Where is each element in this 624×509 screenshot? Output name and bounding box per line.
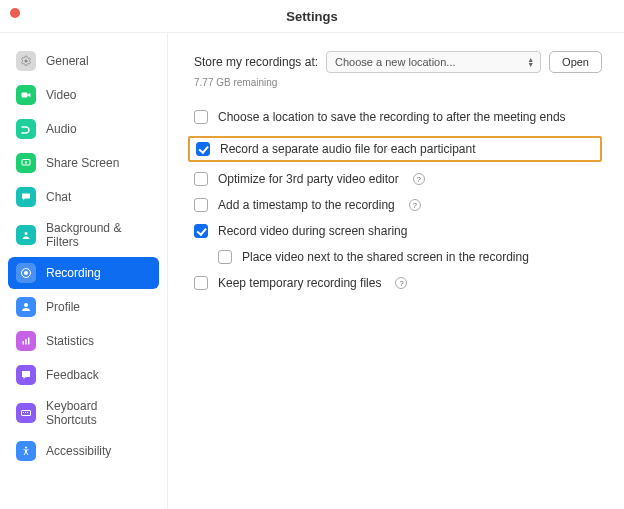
sidebar-item-label: Background & Filters — [46, 221, 151, 249]
video-icon — [16, 85, 36, 105]
option-row: Add a timestamp to the recording? — [194, 198, 602, 212]
sidebar-item-audio[interactable]: Audio — [8, 113, 159, 145]
svg-rect-9 — [28, 338, 30, 345]
sidebar-item-label: General — [46, 54, 89, 68]
svg-rect-11 — [23, 412, 24, 413]
accessibility-icon — [16, 441, 36, 461]
svg-point-6 — [24, 303, 28, 307]
sidebar-item-label: Share Screen — [46, 156, 119, 170]
svg-point-0 — [25, 60, 28, 63]
record-icon — [16, 263, 36, 283]
svg-rect-7 — [23, 341, 25, 345]
sidebar-item-label: Video — [46, 88, 76, 102]
bg-icon — [16, 225, 36, 245]
checkbox[interactable] — [194, 172, 208, 186]
window-controls — [10, 8, 20, 18]
option-row: Keep temporary recording files? — [194, 276, 602, 290]
sidebar-item-share-screen[interactable]: Share Screen — [8, 147, 159, 179]
checkbox[interactable] — [194, 224, 208, 238]
svg-rect-8 — [25, 339, 27, 345]
option-row: Optimize for 3rd party video editor? — [194, 172, 602, 186]
store-location-label: Store my recordings at: — [194, 55, 318, 69]
svg-rect-1 — [22, 93, 28, 98]
help-icon[interactable]: ? — [395, 277, 407, 289]
option-row: Choose a location to save the recording … — [194, 110, 602, 124]
checkbox[interactable] — [194, 198, 208, 212]
sidebar-item-profile[interactable]: Profile — [8, 291, 159, 323]
help-icon[interactable]: ? — [413, 173, 425, 185]
sidebar-item-label: Recording — [46, 266, 101, 280]
checkbox[interactable] — [194, 110, 208, 124]
sidebar-item-label: Chat — [46, 190, 71, 204]
sidebar-item-keyboard-shortcuts[interactable]: Keyboard Shortcuts — [8, 393, 159, 433]
sidebar-item-label: Statistics — [46, 334, 94, 348]
sidebar-item-label: Feedback — [46, 368, 99, 382]
audio-icon — [16, 119, 36, 139]
option-label: Optimize for 3rd party video editor — [218, 172, 399, 186]
chevron-updown-icon: ▲▼ — [527, 57, 534, 67]
sidebar-item-accessibility[interactable]: Accessibility — [8, 435, 159, 467]
sidebar-item-recording[interactable]: Recording — [8, 257, 159, 289]
option-row: Record a separate audio file for each pa… — [188, 136, 602, 162]
sidebar: GeneralVideoAudioShare ScreenChatBackgro… — [0, 33, 168, 509]
sidebar-item-label: Accessibility — [46, 444, 111, 458]
store-location-row: Store my recordings at: Choose a new loc… — [194, 51, 602, 73]
svg-rect-13 — [27, 412, 28, 413]
location-select[interactable]: Choose a new location... ▲▼ — [326, 51, 541, 73]
storage-remaining: 7.77 GB remaining — [194, 77, 602, 88]
checkbox[interactable] — [194, 276, 208, 290]
option-label: Place video next to the shared screen in… — [242, 250, 529, 264]
sidebar-item-label: Keyboard Shortcuts — [46, 399, 151, 427]
sidebar-item-general[interactable]: General — [8, 45, 159, 77]
content: GeneralVideoAudioShare ScreenChatBackgro… — [0, 32, 624, 509]
chat-icon — [16, 187, 36, 207]
svg-point-3 — [25, 232, 28, 235]
titlebar: Settings — [0, 0, 624, 32]
sidebar-item-feedback[interactable]: Feedback — [8, 359, 159, 391]
open-button[interactable]: Open — [549, 51, 602, 73]
option-row: Record video during screen sharing — [194, 224, 602, 238]
feedback-icon — [16, 365, 36, 385]
sidebar-item-chat[interactable]: Chat — [8, 181, 159, 213]
sidebar-item-label: Profile — [46, 300, 80, 314]
options-list: Choose a location to save the recording … — [194, 110, 602, 290]
profile-icon — [16, 297, 36, 317]
sidebar-item-video[interactable]: Video — [8, 79, 159, 111]
svg-rect-12 — [25, 412, 26, 413]
stats-icon — [16, 331, 36, 351]
main-panel: Store my recordings at: Choose a new loc… — [168, 33, 624, 509]
sidebar-item-statistics[interactable]: Statistics — [8, 325, 159, 357]
close-icon[interactable] — [10, 8, 20, 18]
option-label: Add a timestamp to the recording — [218, 198, 395, 212]
cog-icon — [16, 51, 36, 71]
svg-point-14 — [25, 447, 27, 449]
location-select-value: Choose a new location... — [335, 56, 455, 68]
keyboard-icon — [16, 403, 36, 423]
sidebar-item-label: Audio — [46, 122, 77, 136]
option-row: Place video next to the shared screen in… — [218, 250, 602, 264]
sidebar-item-background-filters[interactable]: Background & Filters — [8, 215, 159, 255]
checkbox[interactable] — [196, 142, 210, 156]
svg-point-5 — [24, 271, 28, 275]
option-label: Choose a location to save the recording … — [218, 110, 566, 124]
share-icon — [16, 153, 36, 173]
window-title: Settings — [0, 9, 624, 24]
help-icon[interactable]: ? — [409, 199, 421, 211]
option-label: Record video during screen sharing — [218, 224, 407, 238]
option-label: Record a separate audio file for each pa… — [220, 142, 476, 156]
option-label: Keep temporary recording files — [218, 276, 381, 290]
checkbox[interactable] — [218, 250, 232, 264]
